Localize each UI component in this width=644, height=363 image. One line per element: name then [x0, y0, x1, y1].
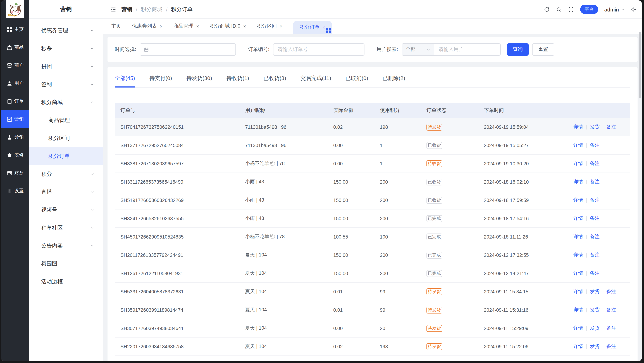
detail-link[interactable]: 详情 — [574, 252, 583, 258]
remark-link[interactable]: 备注 — [590, 215, 600, 222]
sidebar-item-atmosphere[interactable]: 氛围图 — [29, 255, 103, 273]
remark-link[interactable]: 备注 — [606, 288, 616, 295]
status-tab-received[interactable]: 已收货(3) — [264, 69, 286, 87]
remark-link[interactable]: 备注 — [590, 160, 600, 167]
sidebar-item-announcement[interactable]: 公告内容 — [29, 237, 103, 255]
orders-card: 全部(45) 待支付(0) 待发货(30) 待收货(1) 已收货(3) 交易完成… — [108, 67, 638, 361]
rail-item-settings[interactable]: 设置 — [1, 182, 29, 200]
status-tab-deleted[interactable]: 已删除(2) — [382, 69, 405, 87]
remark-link[interactable]: 备注 — [590, 142, 600, 149]
ship-link[interactable]: 发货 — [590, 288, 600, 295]
remark-link[interactable]: 备注 — [590, 179, 600, 185]
close-icon[interactable]: × — [196, 24, 199, 29]
sidebar-item-points-orders[interactable]: 积分订单 — [29, 147, 103, 165]
remark-link[interactable]: 备注 — [606, 325, 616, 331]
rail-item-distribution[interactable]: 分销 — [1, 128, 29, 146]
detail-link[interactable]: 详情 — [574, 197, 583, 203]
user-search-input[interactable]: 请输入用户 — [434, 43, 500, 56]
sidebar-item-points-mall[interactable]: 积分商城 — [29, 93, 103, 111]
filter-bar: 时间选择: - 订单编号: 请输入订单号 用户搜索: 全部 — [108, 37, 638, 62]
ship-link[interactable]: 发货 — [590, 307, 600, 313]
tab-points-range[interactable]: 积分区间× — [257, 23, 282, 30]
table-header: 订单号 用户昵称 实际金额 使用积分 订单状态 下单时间 — [115, 103, 630, 118]
sidebar-item-coupon-mgmt[interactable]: 优惠券管理 — [29, 22, 103, 40]
remark-link[interactable]: 备注 — [590, 233, 600, 240]
breadcrumb-marketing[interactable]: 营销 — [122, 6, 132, 13]
rail-item-finance[interactable]: 财务 — [1, 164, 29, 182]
order-no-input[interactable]: 请输入订单号 — [273, 43, 364, 56]
detail-link[interactable]: 详情 — [574, 233, 583, 240]
status-tab-cancelled[interactable]: 已取消(0) — [346, 69, 368, 87]
rail-item-users[interactable]: 用户 — [1, 74, 29, 92]
platform-badge[interactable]: 平台 — [580, 5, 598, 14]
col-points: 使用积分 — [377, 103, 424, 118]
tab-points-mall[interactable]: 积分商城 ID:0× — [210, 23, 246, 30]
tab-coupon-list[interactable]: 优惠券列表× — [132, 23, 162, 30]
detail-link[interactable]: 详情 — [574, 307, 583, 313]
close-icon[interactable]: × — [322, 25, 325, 30]
remark-link[interactable]: 备注 — [590, 197, 600, 203]
refresh-icon[interactable] — [544, 6, 550, 12]
search-icon[interactable] — [556, 6, 562, 12]
status-tab-completed[interactable]: 交易完成(11) — [300, 69, 331, 87]
sidebar-item-points[interactable]: 积分 — [29, 165, 103, 183]
search-button[interactable]: 查询 — [507, 43, 528, 56]
rail-item-orders[interactable]: 订单 — [1, 92, 29, 110]
rail-item-decoration[interactable]: 装修 — [1, 146, 29, 164]
status-tab-to-receive[interactable]: 待收货(1) — [226, 69, 249, 87]
remark-link[interactable]: 备注 — [590, 252, 600, 258]
remark-link[interactable]: 备注 — [606, 124, 616, 130]
rail-item-label: 商品 — [14, 44, 24, 51]
ship-link[interactable]: 发货 — [590, 325, 600, 331]
settings-gear-icon[interactable] — [631, 6, 637, 12]
rail-item-marketing[interactable]: 营销 — [1, 110, 29, 128]
breadcrumb-points-mall[interactable]: 积分商城 — [141, 6, 162, 13]
tab-layout-grid-icon[interactable] — [326, 28, 331, 33]
remark-link[interactable]: 备注 — [606, 343, 616, 350]
sidebar-collapse-icon[interactable] — [110, 6, 116, 12]
tab-goods-mgmt[interactable]: 商品管理× — [173, 23, 199, 30]
rail-item-merchant[interactable]: 商户 — [1, 56, 29, 74]
close-icon[interactable]: × — [243, 24, 246, 29]
sidebar-item-activity-border[interactable]: 活动边框 — [29, 273, 103, 290]
fullscreen-icon[interactable] — [568, 6, 574, 12]
close-icon[interactable]: × — [160, 24, 162, 29]
status-tab-all[interactable]: 全部(45) — [115, 69, 135, 87]
sidebar-item-groupbuy[interactable]: 拼团 — [29, 57, 103, 75]
sidebar-item-checkin[interactable]: 签到 — [29, 75, 103, 93]
detail-link[interactable]: 详情 — [574, 270, 583, 276]
detail-link[interactable]: 详情 — [574, 142, 583, 149]
detail-link[interactable]: 详情 — [574, 160, 583, 167]
sidebar-item-live[interactable]: 直播 — [29, 183, 103, 201]
sidebar-item-video-channel[interactable]: 视频号 — [29, 201, 103, 219]
sidebar-item-seckill[interactable]: 秒杀 — [29, 40, 103, 57]
detail-link[interactable]: 详情 — [574, 124, 583, 130]
status-tab-to-ship[interactable]: 待发货(30) — [186, 69, 212, 87]
status-tab-unpaid[interactable]: 待支付(0) — [149, 69, 172, 87]
rail-item-home[interactable]: 主页 — [1, 21, 29, 38]
sidebar-item-community[interactable]: 种草社区 — [29, 219, 103, 237]
col-nickname: 用户昵称 — [242, 103, 330, 118]
tab-home[interactable]: 主页 — [111, 23, 121, 30]
close-icon[interactable]: × — [280, 24, 282, 29]
ship-link[interactable]: 发货 — [590, 124, 600, 130]
scrollbar-thumb[interactable] — [639, 32, 641, 98]
detail-link[interactable]: 详情 — [574, 215, 583, 222]
user-menu[interactable]: admin — [604, 6, 625, 12]
sidebar-item-goods-mgmt[interactable]: 商品管理 — [29, 111, 103, 129]
detail-link[interactable]: 详情 — [574, 288, 583, 295]
rail-item-goods[interactable]: 商品 — [1, 38, 29, 56]
ship-link[interactable]: 发货 — [590, 343, 600, 350]
detail-link[interactable]: 详情 — [574, 343, 583, 350]
col-amount: 实际金额 — [330, 103, 377, 118]
remark-link[interactable]: 备注 — [590, 270, 600, 276]
detail-link[interactable]: 详情 — [574, 325, 583, 331]
table-row: SH450172662909510524835小杨不吃羊🐑 | 78100.55… — [115, 228, 630, 246]
detail-link[interactable]: 详情 — [574, 179, 583, 185]
user-scope-select[interactable]: 全部 — [402, 43, 434, 56]
remark-link[interactable]: 备注 — [606, 307, 616, 313]
reset-button[interactable]: 重置 — [532, 43, 554, 56]
sidebar-item-points-range[interactable]: 积分区间 — [29, 129, 103, 147]
table-row: SH331172665373565416499小雨 | 43150.00200 … — [115, 173, 630, 191]
date-range-input[interactable]: - — [140, 43, 236, 56]
